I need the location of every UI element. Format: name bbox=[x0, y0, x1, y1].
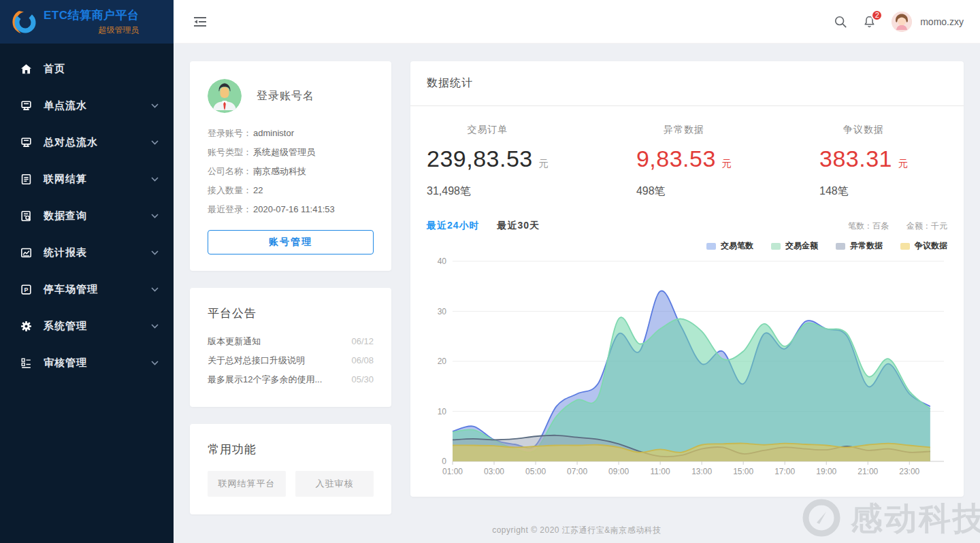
quick-actions-buttons: 联网结算平台入驻审核 bbox=[208, 471, 374, 497]
field-label: 公司名称： bbox=[208, 162, 252, 181]
stat-unit: 元 bbox=[722, 158, 732, 169]
pos-flow-icon bbox=[19, 99, 33, 112]
svg-text:07:00: 07:00 bbox=[567, 467, 587, 476]
sidebar-item-6[interactable]: P停车场管理 bbox=[0, 271, 174, 308]
logo-block: ETC结算商户平台 超级管理员 bbox=[0, 0, 174, 44]
profile-card: 登录账号名 登录账号：administor账号类型：系统超级管理员公司名称：南京… bbox=[190, 61, 391, 271]
announcement-title: 版本更新通知 bbox=[208, 332, 261, 351]
chevron-down-icon bbox=[151, 287, 159, 292]
notification-badge: 2 bbox=[871, 10, 883, 21]
account-manage-button[interactable]: 账号管理 bbox=[208, 230, 374, 254]
sidebar-item-4[interactable]: 数据查询 bbox=[0, 197, 174, 234]
svg-text:13:00: 13:00 bbox=[691, 467, 712, 476]
announcements-title: 平台公告 bbox=[208, 306, 374, 321]
quick-actions-title: 常用功能 bbox=[208, 442, 374, 457]
svg-text:23:00: 23:00 bbox=[899, 467, 919, 476]
brand-logo-icon bbox=[10, 7, 38, 36]
legend-swatch bbox=[771, 243, 781, 250]
sidebar-item-label: 单点流水 bbox=[44, 99, 87, 112]
sidebar-item-7[interactable]: 系统管理 bbox=[0, 308, 174, 344]
svg-text:09:00: 09:00 bbox=[608, 467, 629, 476]
main-content: 登录账号名 登录账号：administor账号类型：系统超级管理员公司名称：南京… bbox=[174, 0, 980, 514]
profile-card-title: 登录账号名 bbox=[257, 89, 314, 103]
collapse-sidebar-icon[interactable] bbox=[193, 16, 208, 28]
gear-icon bbox=[19, 319, 33, 333]
field-value: administor bbox=[253, 124, 294, 143]
sidebar-item-label: 系统管理 bbox=[44, 320, 87, 333]
app-title: ETC结算商户平台 bbox=[44, 7, 140, 23]
sidebar-item-label: 联网结算 bbox=[44, 173, 87, 186]
announcement-date: 05/30 bbox=[351, 370, 374, 389]
svg-text:01:00: 01:00 bbox=[442, 467, 463, 476]
sidebar-menu: 首页单点流水总对总流水联网结算数据查询统计报表P停车场管理系统管理审核管理 bbox=[0, 44, 174, 381]
network-settlement-icon bbox=[19, 172, 33, 186]
announcement-title: 关于总对总接口升级说明 bbox=[208, 351, 305, 370]
stats-card-title: 数据统计 bbox=[427, 76, 947, 90]
report-chart-icon bbox=[19, 246, 33, 259]
svg-text:21:00: 21:00 bbox=[858, 467, 878, 476]
field-value: 系统超级管理员 bbox=[253, 143, 315, 162]
svg-text:40: 40 bbox=[438, 257, 447, 266]
chart-legend: 交易笔数交易金额异常数据争议数据 bbox=[427, 240, 947, 252]
range-tabs: 最近24小时最近30天 笔数：百条 金额：千元 bbox=[427, 219, 947, 232]
legend-swatch bbox=[900, 243, 910, 250]
field-label: 接入数量： bbox=[208, 181, 252, 200]
data-query-icon bbox=[19, 209, 33, 223]
sidebar-item-8[interactable]: 审核管理 bbox=[0, 344, 174, 381]
svg-text:30: 30 bbox=[438, 307, 447, 316]
avatar[interactable] bbox=[892, 12, 912, 32]
announcement-row[interactable]: 版本更新通知06/12 bbox=[208, 332, 374, 351]
sidebar-item-label: 审核管理 bbox=[44, 357, 87, 369]
copyright-text: copyright © 2020 江苏通行宝&南京感动科技 bbox=[492, 525, 662, 535]
sidebar-item-label: 统计报表 bbox=[44, 246, 87, 259]
field-value: 22 bbox=[253, 181, 263, 200]
profile-field-row: 公司名称：南京感动科技 bbox=[208, 162, 374, 181]
sidebar-item-5[interactable]: 统计报表 bbox=[0, 234, 174, 271]
stats-card: 数据统计 交易订单239,83.53元31,498笔异常数据9,83.53元49… bbox=[410, 61, 964, 497]
profile-avatar bbox=[208, 79, 242, 113]
sidebar-item-1[interactable]: 单点流水 bbox=[0, 87, 174, 124]
stat-count: 31,498笔 bbox=[427, 184, 549, 199]
field-label: 最近登录： bbox=[208, 200, 252, 219]
legend-item-2[interactable]: 异常数据 bbox=[836, 240, 883, 252]
username[interactable]: momo.zxy bbox=[920, 16, 964, 27]
announcement-row[interactable]: 最多展示12个字多余的使用...05/30 bbox=[208, 370, 374, 389]
legend-item-3[interactable]: 争议数据 bbox=[900, 240, 947, 252]
tab-last-24h[interactable]: 最近24小时 bbox=[427, 220, 480, 231]
parking-icon: P bbox=[19, 282, 33, 296]
legend-item-1[interactable]: 交易金额 bbox=[771, 240, 818, 252]
quick-action-button-1[interactable]: 入驻审核 bbox=[295, 471, 374, 497]
stat-block-1: 异常数据9,83.53元498笔 bbox=[636, 124, 732, 199]
legend-label: 异常数据 bbox=[850, 240, 883, 252]
svg-text:P: P bbox=[24, 286, 28, 293]
stat-unit: 元 bbox=[539, 158, 549, 169]
sidebar-item-label: 总对总流水 bbox=[44, 136, 98, 149]
svg-text:03:00: 03:00 bbox=[484, 467, 504, 476]
legend-item-0[interactable]: 交易笔数 bbox=[706, 240, 753, 252]
sidebar-item-label: 数据查询 bbox=[44, 210, 87, 223]
stat-count: 498笔 bbox=[636, 184, 732, 199]
legend-label: 争议数据 bbox=[915, 240, 947, 252]
sidebar-item-2[interactable]: 总对总流水 bbox=[0, 124, 174, 161]
units-note-count: 笔数：百条 bbox=[848, 220, 889, 232]
stat-unit: 元 bbox=[898, 158, 908, 169]
chevron-down-icon bbox=[151, 250, 159, 255]
search-icon[interactable] bbox=[834, 15, 847, 29]
svg-text:0: 0 bbox=[442, 457, 446, 466]
sidebar-item-3[interactable]: 联网结算 bbox=[0, 161, 174, 197]
profile-field-row: 登录账号：administor bbox=[208, 124, 374, 143]
quick-action-button-0[interactable]: 联网结算平台 bbox=[208, 471, 286, 497]
svg-text:17:00: 17:00 bbox=[774, 467, 795, 476]
sidebar-item-0[interactable]: 首页 bbox=[0, 50, 174, 87]
announcement-row[interactable]: 关于总对总接口升级说明06/08 bbox=[208, 351, 374, 370]
stat-label: 交易订单 bbox=[427, 124, 549, 136]
chevron-down-icon bbox=[151, 324, 159, 329]
app-subtitle: 超级管理员 bbox=[44, 24, 140, 36]
notification-bell-icon[interactable]: 2 bbox=[862, 14, 877, 29]
tab-last-30d[interactable]: 最近30天 bbox=[497, 220, 540, 231]
units-note-amount: 金额：千元 bbox=[906, 220, 947, 232]
chevron-down-icon bbox=[151, 214, 159, 218]
svg-text:10: 10 bbox=[438, 407, 447, 416]
legend-label: 交易笔数 bbox=[721, 240, 753, 252]
sidebar-item-label: 首页 bbox=[44, 63, 65, 76]
